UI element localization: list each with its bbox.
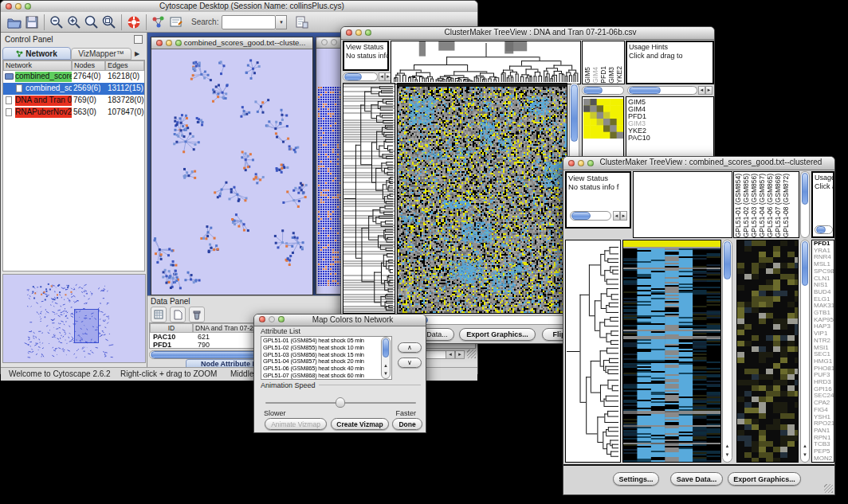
tv2-collabel-scrollbar[interactable]: [800, 171, 810, 238]
scrollbar-thumb[interactable]: [802, 173, 808, 205]
tv2-heatmap[interactable]: [622, 240, 721, 463]
network-window1-title-bar[interactable]: combined_scores_good.txt--cluste...: [151, 37, 312, 49]
tv2-column-tree-area[interactable]: [633, 171, 732, 238]
minimize-icon[interactable]: [269, 316, 275, 322]
scrollbar-thumb[interactable]: [583, 87, 603, 94]
scroll-down-button[interactable]: ▼: [382, 370, 390, 378]
move-attribute-down-button[interactable]: ∨: [398, 357, 422, 368]
minimize-icon[interactable]: [578, 160, 584, 166]
animate-vizmap-button[interactable]: Animate Vizmap: [265, 418, 327, 430]
scroll-right-button[interactable]: ►: [705, 86, 713, 95]
scroll-left-button[interactable]: ◄: [613, 211, 620, 221]
open-file-button[interactable]: [6, 14, 23, 31]
network-row-rnapuber[interactable]: RNAPuberNov2+ 563(0) 107847(0): [3, 107, 144, 119]
scrollbar-thumb[interactable]: [571, 84, 578, 142]
scrollbar-thumb[interactable]: [629, 87, 661, 94]
scroll-up-button[interactable]: ▲: [723, 443, 732, 451]
zoom-fit-button[interactable]: [100, 14, 118, 31]
id-column-header[interactable]: ID: [150, 323, 193, 333]
tv2-hints-scrollbar[interactable]: [815, 225, 833, 234]
resize-grip[interactable]: [467, 350, 476, 358]
treeview1-title-bar[interactable]: ClusterMaker TreeView : DNA and Tran 07-…: [341, 27, 714, 40]
dialog-title-bar[interactable]: Map Colors to Network: [254, 315, 426, 326]
save-session-button[interactable]: [23, 14, 41, 31]
network-row-dna-tran[interactable]: DNA and Tran 07 769(0) 183728(0): [3, 95, 144, 107]
resize-grip[interactable]: [824, 484, 833, 493]
close-icon[interactable]: [321, 39, 328, 45]
zoom-window-icon[interactable]: [365, 29, 371, 36]
network-overview-canvas[interactable]: [3, 275, 145, 362]
tab-network[interactable]: Network: [2, 47, 71, 60]
table-mode-button[interactable]: [151, 307, 167, 322]
scrollbar-thumb[interactable]: [816, 226, 826, 233]
tv2-status-scrollbar[interactable]: [570, 211, 611, 221]
close-icon[interactable]: [156, 40, 163, 46]
tv2-zoom-heatmap[interactable]: [736, 240, 799, 463]
done-button[interactable]: Done: [392, 418, 422, 430]
tv2-gene-scrollbar[interactable]: ▲ ▼: [800, 240, 810, 463]
tab-vizmapper[interactable]: VizMapper™: [71, 48, 132, 60]
scrollbar-thumb[interactable]: [383, 338, 389, 357]
tv2-settings-button[interactable]: Settings...: [613, 472, 659, 486]
tv1-gene-dendrogram[interactable]: [343, 83, 395, 314]
scrollbar-thumb[interactable]: [344, 73, 362, 80]
scroll-down-button[interactable]: ▼: [723, 451, 732, 460]
zoom-selected-button[interactable]: [83, 14, 100, 31]
close-icon[interactable]: [346, 29, 352, 36]
attribute-list-scrollbar[interactable]: ▲ ▼: [381, 337, 391, 379]
scroll-left-button[interactable]: ◄: [379, 72, 385, 81]
zoom-window-icon[interactable]: [175, 40, 182, 46]
network-view-canvas[interactable]: [151, 49, 311, 294]
minimize-icon[interactable]: [355, 29, 362, 36]
slider-thumb[interactable]: [336, 397, 345, 408]
tv1-column-dendrogram[interactable]: [391, 41, 581, 84]
delete-attribute-trash-icon[interactable]: [189, 307, 205, 322]
attribute-listbox[interactable]: GPL51-01 (GSM854) heat shock 05 minGPL51…: [261, 336, 392, 380]
minimize-icon[interactable]: [166, 40, 172, 46]
tv1-status-scrollbar[interactable]: [343, 72, 378, 81]
tv1-collabel-scrollbar[interactable]: [582, 86, 624, 95]
scrollbar-thumb[interactable]: [571, 212, 591, 220]
treeview2-title-bar[interactable]: ClusterMaker TreeView : combined_scores_…: [563, 157, 834, 170]
tv2-heat-scrollbar[interactable]: ▲ ▼: [722, 240, 732, 463]
minimize-icon[interactable]: [15, 3, 22, 10]
scroll-left-button[interactable]: ◄: [698, 86, 705, 95]
network-row-combined-scores[interactable]: combined_scores 2764(0) 16218(0): [3, 71, 144, 83]
tv2-gene-dendrogram[interactable]: [565, 240, 621, 463]
annotation-button[interactable]: [167, 14, 185, 31]
col-header-network[interactable]: Network: [3, 61, 72, 71]
search-input[interactable]: [222, 15, 276, 29]
zoom-window-icon[interactable]: [278, 316, 285, 322]
scrollbar-thumb[interactable]: [802, 241, 808, 286]
scroll-left-button[interactable]: ◄: [446, 350, 455, 359]
network-window-1[interactable]: combined_scores_good.txt--cluste...: [151, 37, 313, 295]
tv2-export-graphics-button[interactable]: Export Graphics...: [728, 472, 801, 486]
zoom-out-button[interactable]: [48, 14, 65, 31]
scroll-right-button[interactable]: ►: [620, 211, 627, 221]
close-icon[interactable]: [568, 160, 575, 166]
help-lifering-icon[interactable]: [125, 14, 143, 31]
col-header-nodes[interactable]: Nodes: [72, 61, 105, 71]
report-button[interactable]: [293, 14, 311, 31]
main-title-bar[interactable]: Cytoscape Desktop (Session Name: collins…: [1, 1, 477, 13]
tv1-hints-scrollbar[interactable]: [627, 86, 697, 95]
scroll-up-button[interactable]: ▲: [382, 362, 390, 370]
scroll-up-button[interactable]: ▲: [801, 443, 809, 451]
create-vizmap-button[interactable]: Create Vizmap: [331, 418, 389, 430]
new-attribute-button[interactable]: [170, 307, 186, 322]
network-view-button[interactable]: [150, 14, 167, 31]
animation-speed-slider[interactable]: [265, 397, 416, 408]
minimize-icon[interactable]: [331, 39, 337, 45]
network-overview-panel[interactable]: [2, 274, 146, 363]
tab-overflow-arrow[interactable]: ▶: [135, 48, 139, 60]
close-icon[interactable]: [6, 3, 12, 10]
scrollbar-thumb[interactable]: [724, 241, 731, 279]
tv2-save-data-button[interactable]: Save Data...: [670, 472, 723, 486]
network-row-combined-sco-selected[interactable]: combined_sco 2569(6) 13112(15): [3, 83, 144, 95]
tv1-heatmap[interactable]: [397, 83, 567, 314]
scroll-right-button[interactable]: ►: [455, 350, 465, 359]
col-header-edges[interactable]: Edges: [105, 61, 144, 71]
zoom-in-button[interactable]: [65, 14, 83, 31]
float-panel-icon[interactable]: [134, 35, 143, 44]
zoom-window-icon[interactable]: [25, 3, 31, 10]
